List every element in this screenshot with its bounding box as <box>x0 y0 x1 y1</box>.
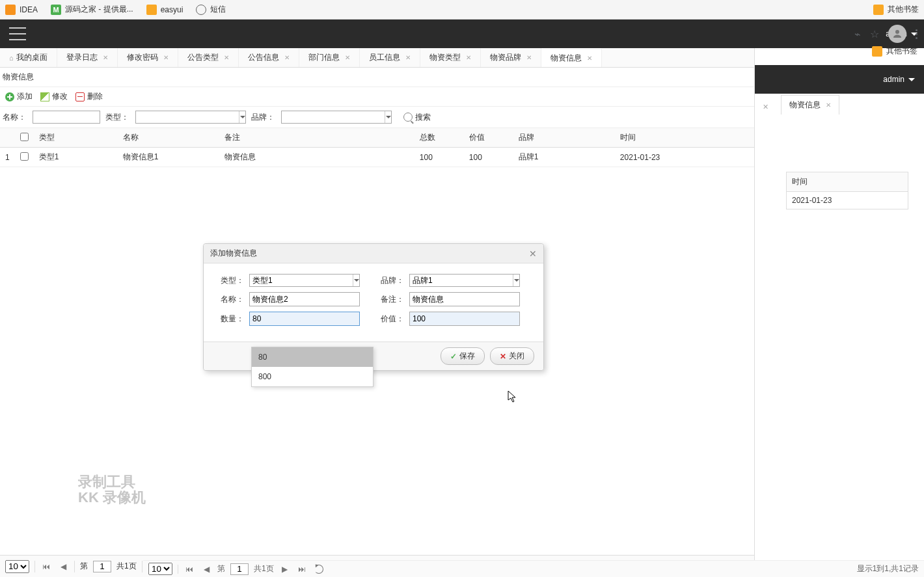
dialog-close-button[interactable]: ✕ <box>529 248 537 259</box>
bookmark-yuanma[interactable]: M 源码之家 - 提供最... <box>51 4 133 15</box>
close-icon[interactable]: ✕ <box>826 101 831 109</box>
close-icon[interactable]: ✕ <box>103 54 108 61</box>
col-brand[interactable]: 品牌 <box>513 128 615 148</box>
mini-table-header: 时间 <box>787 172 908 192</box>
chevron-down-icon[interactable] <box>385 111 391 123</box>
col-remark[interactable]: 备注 <box>219 128 414 148</box>
dlg-type-combo[interactable] <box>249 274 360 287</box>
select-all-checkbox[interactable] <box>20 133 29 141</box>
filter-brand-combo[interactable] <box>281 111 392 124</box>
cell-brand: 品牌1 <box>513 148 615 167</box>
bookmarks-right[interactable]: 其他书签 <box>873 4 919 15</box>
dlg-brand-combo[interactable] <box>409 274 520 287</box>
bookmark-idea[interactable]: IDEA <box>5 5 38 15</box>
close-icon[interactable]: ✕ <box>466 54 471 61</box>
close-icon[interactable]: ✕ <box>345 54 350 61</box>
tab-notice-type[interactable]: 公告类型✕ <box>178 48 239 67</box>
right-user-menu[interactable]: admin <box>883 75 915 84</box>
close-icon[interactable]: ✕ <box>163 54 169 61</box>
tab-login-log[interactable]: 登录日志✕ <box>57 48 118 67</box>
menu-toggle-icon[interactable] <box>9 27 26 40</box>
first-page-button[interactable]: ⏮ <box>40 561 52 572</box>
page-size-select-2[interactable]: 10 <box>148 563 172 575</box>
cell-time: 2021-01-23 <box>615 148 754 167</box>
dlg-name-input[interactable] <box>249 292 360 306</box>
dlg-qty-input[interactable] <box>249 312 360 326</box>
close-icon[interactable]: ✕ <box>284 54 290 61</box>
dlg-brand-input[interactable] <box>410 275 513 286</box>
tab-material-type[interactable]: 物资类型✕ <box>420 48 481 67</box>
chevron-down-icon[interactable] <box>513 275 519 286</box>
edit-button[interactable]: 修改 <box>40 91 68 102</box>
home-icon: ⌂ <box>9 54 14 62</box>
prev-page-button-2[interactable]: ◀ <box>200 563 212 575</box>
cell-remark: 物资信息 <box>219 148 414 167</box>
col-name[interactable]: 名称 <box>118 128 219 148</box>
filter-brand-input[interactable] <box>282 111 385 123</box>
tab-employee[interactable]: 员工信息✕ <box>360 48 420 67</box>
close-icon[interactable]: ✕ <box>405 54 411 61</box>
kebab-menu-icon[interactable] <box>916 29 917 39</box>
right-tab[interactable]: 物资信息 ✕ <box>781 95 839 114</box>
filter-type-combo[interactable] <box>135 111 246 124</box>
tab-material-info[interactable]: 物资信息✕ <box>541 48 602 68</box>
page-size-select[interactable]: 10 <box>5 560 29 573</box>
save-button[interactable]: ✓保存 <box>441 347 485 365</box>
autocomplete-item[interactable]: 800 <box>252 367 373 386</box>
pagination-secondary: 10 ⏮ ◀ 第 共1页 ▶ ⏭ 显示1到1,共1记录 <box>143 560 924 577</box>
row-checkbox[interactable] <box>20 152 29 161</box>
filter-type-label: 类型： <box>105 112 129 123</box>
x-icon: ✕ <box>500 352 506 361</box>
bookmarks-bar: IDEA M 源码之家 - 提供最... easyui 短信 其他书签 <box>0 0 924 20</box>
filter-name-input[interactable] <box>33 111 100 124</box>
dlg-type-input[interactable] <box>250 275 353 286</box>
delete-button[interactable]: 删除 <box>75 91 103 102</box>
check-icon: ✓ <box>450 352 457 361</box>
page-number-input[interactable] <box>93 561 111 572</box>
bookmark-sms[interactable]: 短信 <box>196 4 226 15</box>
first-page-button-2[interactable]: ⏮ <box>183 563 195 575</box>
caret-down-icon <box>908 78 915 81</box>
key-icon[interactable]: ⌁ <box>854 28 861 40</box>
page-number-input-2[interactable] <box>230 563 249 575</box>
bookmarks-right-2[interactable]: 其他书签 <box>872 46 917 57</box>
right-mini-table: 时间 2021-01-23 <box>786 172 908 209</box>
col-total[interactable]: 总数 <box>414 128 464 148</box>
tab-desktop[interactable]: ⌂我的桌面 <box>0 48 57 67</box>
table-row[interactable]: 1 类型1 物资信息1 物资信息 100 100 品牌1 2021-01-23 <box>0 148 754 167</box>
tab-department[interactable]: 部门信息✕ <box>299 48 360 67</box>
tab-material-brand[interactable]: 物资品牌✕ <box>481 48 541 67</box>
dialog-title-bar[interactable]: 添加物资信息 ✕ <box>204 244 543 263</box>
close-icon[interactable]: ✕ <box>587 55 592 62</box>
autocomplete-item[interactable]: 80 <box>252 347 373 367</box>
chevron-down-icon[interactable] <box>353 275 359 286</box>
chevron-down-icon[interactable] <box>239 111 245 123</box>
col-time[interactable]: 时间 <box>615 128 754 148</box>
star-icon[interactable]: ☆ <box>870 28 879 40</box>
dlg-price-input[interactable] <box>409 312 520 326</box>
close-button[interactable]: ✕关闭 <box>490 347 534 365</box>
close-icon[interactable]: ✕ <box>526 54 532 61</box>
bookmark-easyui[interactable]: easyui <box>146 5 183 15</box>
dlg-price-label: 价值： <box>377 314 404 325</box>
search-icon <box>403 113 413 122</box>
dlg-remark-input[interactable] <box>409 292 520 306</box>
prev-page-button[interactable]: ◀ <box>57 561 69 572</box>
last-page-button-2[interactable]: ⏭ <box>296 563 308 575</box>
add-button[interactable]: 添加 <box>5 91 33 102</box>
dlg-type-label: 类型： <box>217 275 244 286</box>
refresh-button-2[interactable] <box>313 563 325 575</box>
right-tab-close-left[interactable]: ✕ <box>763 103 768 111</box>
search-button[interactable]: 搜索 <box>403 112 431 123</box>
tab-notice-info[interactable]: 公告信息✕ <box>239 48 299 67</box>
col-value[interactable]: 价值 <box>464 128 513 148</box>
close-icon[interactable]: ✕ <box>224 54 229 61</box>
col-type[interactable]: 类型 <box>34 128 118 148</box>
next-page-button-2[interactable]: ▶ <box>279 563 291 575</box>
tab-change-password[interactable]: 修改密码✕ <box>118 48 178 67</box>
filter-type-input[interactable] <box>136 111 239 123</box>
profile-avatar-icon[interactable] <box>888 25 906 43</box>
app-header: admin <box>0 20 924 48</box>
cell-total: 100 <box>414 148 464 167</box>
cell-name: 物资信息1 <box>118 148 219 167</box>
